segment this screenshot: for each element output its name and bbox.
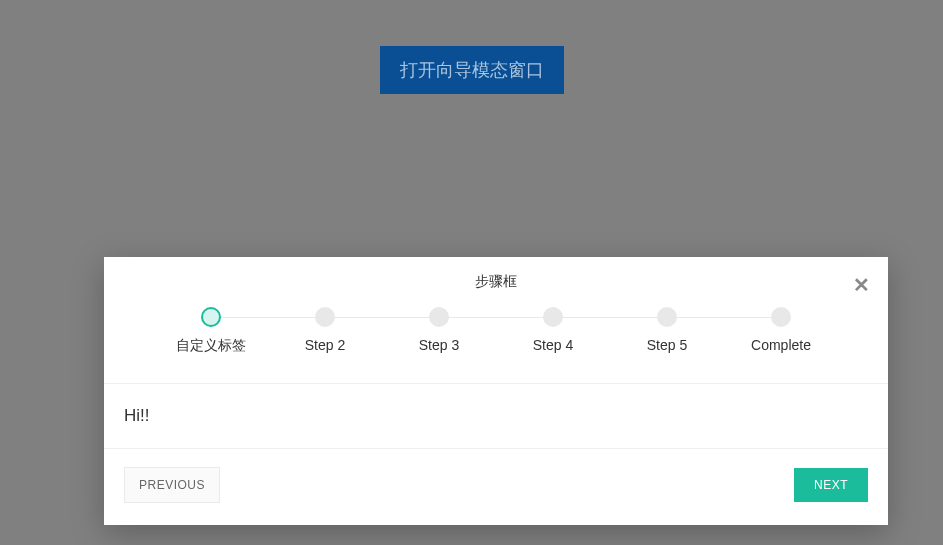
- step-dot-icon: [771, 307, 791, 327]
- step-dot-icon: [201, 307, 221, 327]
- step-dot-icon: [657, 307, 677, 327]
- next-button[interactable]: NEXT: [794, 468, 868, 502]
- step-dot-icon: [543, 307, 563, 327]
- step-label: 自定义标签: [176, 337, 246, 355]
- body-text: Hi!!: [124, 406, 868, 426]
- wizard-modal: 步骤框 ✕ 自定义标签 Step 2 Step 3 Step 4: [104, 257, 888, 525]
- step-connector: [667, 317, 781, 318]
- step-label: Complete: [751, 337, 811, 353]
- modal-title: 步骤框: [124, 273, 868, 291]
- step-dot-icon: [429, 307, 449, 327]
- step-complete[interactable]: Complete: [724, 307, 838, 353]
- modal-body: Hi!!: [104, 383, 888, 449]
- step-label: Step 3: [419, 337, 459, 353]
- step-connector: [439, 317, 553, 318]
- step-label: Step 2: [305, 337, 345, 353]
- step-1[interactable]: 自定义标签: [154, 307, 268, 355]
- step-connector: [553, 317, 667, 318]
- step-5[interactable]: Step 5: [610, 307, 724, 353]
- step-connector: [211, 317, 325, 318]
- step-3[interactable]: Step 3: [382, 307, 496, 353]
- previous-button[interactable]: PREVIOUS: [124, 467, 220, 503]
- stepper: 自定义标签 Step 2 Step 3 Step 4 Step 5: [124, 307, 868, 373]
- close-icon[interactable]: ✕: [853, 275, 870, 295]
- step-dot-icon: [315, 307, 335, 327]
- step-2[interactable]: Step 2: [268, 307, 382, 353]
- step-label: Step 4: [533, 337, 573, 353]
- step-connector: [325, 317, 439, 318]
- modal-header: 步骤框 ✕ 自定义标签 Step 2 Step 3 Step 4: [104, 257, 888, 383]
- step-label: Step 5: [647, 337, 687, 353]
- modal-footer: PREVIOUS NEXT: [104, 449, 888, 525]
- step-4[interactable]: Step 4: [496, 307, 610, 353]
- open-wizard-button[interactable]: 打开向导模态窗口: [380, 46, 564, 94]
